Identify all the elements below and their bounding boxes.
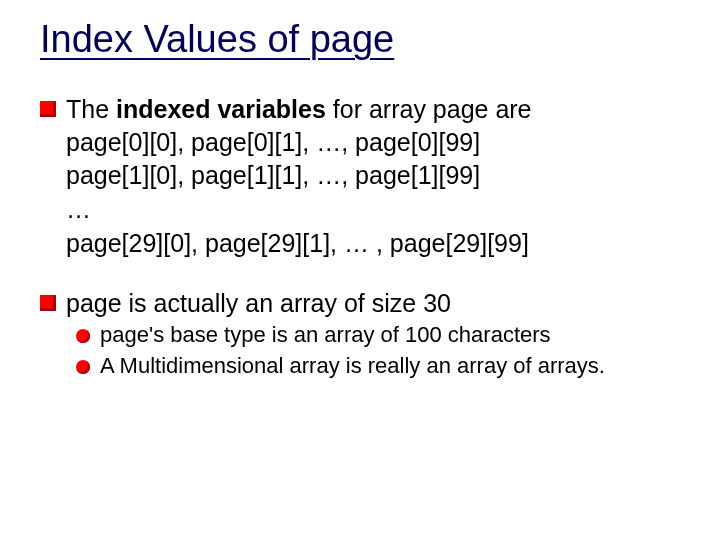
square-bullet-icon <box>40 101 56 117</box>
bullet-1-text: The indexed variables for array page are <box>66 93 532 126</box>
bullet-2-text: page is actually an array of size 30 <box>66 287 451 320</box>
code-lines: page[0][0], page[0][1], …, page[0][99] p… <box>66 126 680 261</box>
sub-bullet-2: A Multidimensional array is really an ar… <box>76 352 680 381</box>
circle-bullet-icon <box>76 329 90 343</box>
sub-2-text: A Multidimensional array is really an ar… <box>100 352 605 381</box>
b1-post: for array page are <box>326 95 532 123</box>
b1-pre: The <box>66 95 116 123</box>
sub-bullet-1: page's base type is an array of 100 char… <box>76 321 680 350</box>
square-bullet-icon <box>40 295 56 311</box>
line-3: … <box>66 193 680 227</box>
line-4: page[29][0], page[29][1], … , page[29][9… <box>66 227 680 261</box>
circle-bullet-icon <box>76 360 90 374</box>
page-title: Index Values of page <box>40 18 680 61</box>
bullet-1: The indexed variables for array page are <box>40 93 680 126</box>
line-2: page[1][0], page[1][1], …, page[1][99] <box>66 159 680 193</box>
bullet-2: page is actually an array of size 30 <box>40 287 680 320</box>
line-1: page[0][0], page[0][1], …, page[0][99] <box>66 126 680 160</box>
b1-bold: indexed variables <box>116 95 326 123</box>
sub-1-text: page's base type is an array of 100 char… <box>100 321 551 350</box>
